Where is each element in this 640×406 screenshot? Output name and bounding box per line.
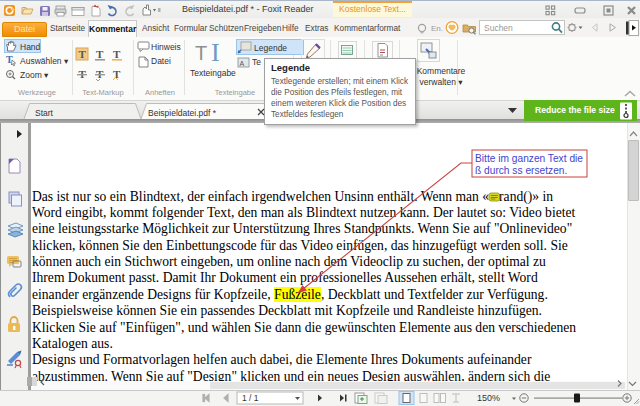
svg-text:T: T bbox=[79, 48, 87, 60]
svg-text:T: T bbox=[96, 48, 104, 60]
svg-text:150%: 150% bbox=[477, 393, 500, 403]
svg-text:T: T bbox=[195, 42, 207, 64]
svg-text:Beispieldatei.pdf *: Beispieldatei.pdf * bbox=[148, 108, 217, 118]
svg-text:1 / 1: 1 / 1 bbox=[242, 393, 259, 403]
svg-text:T: T bbox=[113, 48, 121, 60]
svg-text:I: I bbox=[211, 38, 220, 67]
svg-text:A: A bbox=[240, 60, 245, 67]
svg-text:Start: Start bbox=[35, 108, 54, 118]
svg-text:En.: En. bbox=[431, 24, 443, 33]
